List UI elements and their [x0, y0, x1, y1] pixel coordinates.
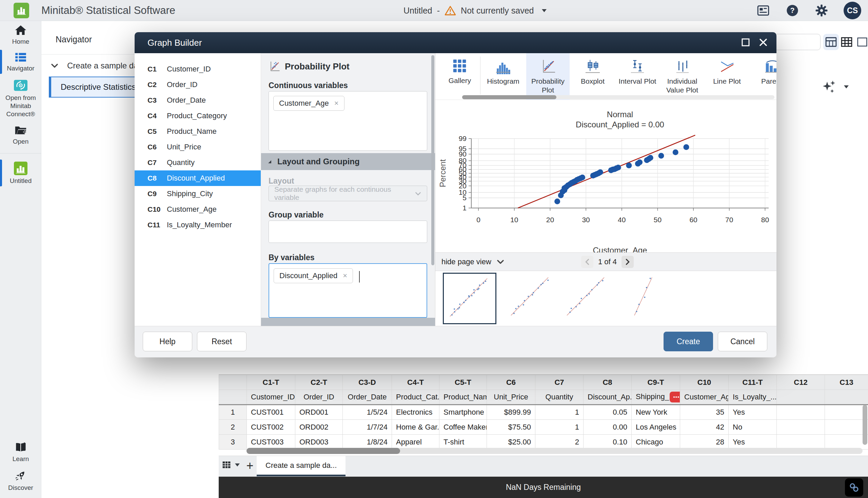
table-cell[interactable]: 42 — [680, 420, 729, 435]
column-id-header[interactable]: C6 — [487, 375, 535, 390]
table-cell[interactable]: ORD002 — [295, 420, 343, 435]
gallery-scrollbar[interactable] — [462, 95, 775, 99]
remove-chip-icon[interactable]: × — [334, 99, 339, 108]
table-cell[interactable] — [825, 405, 868, 420]
column-id-header[interactable]: C8 — [584, 375, 632, 390]
sidebar-item-open[interactable]: Open — [0, 121, 41, 148]
sidebar-item-home[interactable]: Home — [0, 21, 41, 49]
sidebar-item-discover[interactable]: Discover — [0, 466, 41, 495]
gallery-item-boxplot[interactable]: Boxplot — [571, 53, 614, 100]
column-name-header[interactable] — [777, 390, 825, 405]
column-name-header[interactable]: Discount_Ap... — [584, 390, 632, 405]
table-cell[interactable]: T-shirt — [439, 435, 487, 449]
column-id-header[interactable]: C13 — [825, 375, 868, 390]
page-thumbnail-1[interactable] — [443, 273, 496, 324]
sidebar-item-untitled[interactable]: Untitled — [0, 158, 41, 188]
table-cell[interactable]: Apparel — [392, 435, 439, 449]
column-name-header[interactable]: Customer_Age — [680, 390, 729, 405]
sidebar-item-learn[interactable]: Learn — [0, 438, 41, 466]
row-number[interactable]: 2 — [219, 420, 247, 435]
worksheet-tab[interactable]: Create a sample da... — [257, 456, 345, 476]
worksheet-list-button[interactable] — [222, 461, 240, 469]
help-button[interactable]: ? — [785, 3, 800, 18]
column-name-header[interactable]: Quantity — [535, 390, 584, 405]
column-row-c2[interactable]: C2Order_ID — [135, 77, 261, 92]
column-row-c1[interactable]: C1Customer_ID — [135, 61, 261, 77]
reset-button[interactable]: Reset — [197, 332, 246, 351]
table-cell[interactable]: ORD003 — [295, 435, 343, 449]
gallery-item-probability-plot[interactable]: Probability Plot — [526, 53, 570, 100]
column-id-header[interactable]: C9-T — [632, 375, 680, 390]
table-cell[interactable]: $899.99 — [487, 405, 535, 420]
table-cell[interactable]: New York — [632, 405, 680, 420]
scrollbar-thumb[interactable] — [462, 95, 557, 99]
variable-chip-customer_age[interactable]: Customer_Age× — [273, 96, 344, 111]
table-cell[interactable]: 1 — [535, 405, 584, 420]
table-cell[interactable]: Home & Gar... — [392, 420, 439, 435]
variable-chip-discount_applied[interactable]: Discount_Applied× — [273, 268, 353, 283]
table-cell[interactable]: Los Angeles — [632, 420, 680, 435]
gallery-item-histogram[interactable]: Histogram — [482, 53, 525, 100]
previous-page-button[interactable] — [581, 256, 593, 268]
page-thumbnail-3[interactable] — [561, 273, 612, 322]
layout-select[interactable]: Separate graphs for each continuous vari… — [269, 186, 427, 201]
share-link-button[interactable] — [845, 479, 863, 497]
row-number[interactable]: 3 — [219, 435, 247, 449]
column-name-header[interactable]: Is_Loyalty_... — [729, 390, 777, 405]
gallery-item-gallery[interactable]: Gallery — [438, 53, 482, 100]
table-cell[interactable]: 28 — [680, 435, 729, 449]
table-cell[interactable]: 0.10 — [584, 435, 632, 449]
column-id-header[interactable]: C3-D — [343, 375, 392, 390]
table-cell[interactable]: $75.50 — [487, 420, 535, 435]
gallery-item-individual-value-plot[interactable]: Individual Value Plot — [661, 53, 704, 100]
single-view-toggle[interactable] — [854, 34, 868, 50]
ai-assistant-button[interactable] — [821, 79, 850, 94]
data-table[interactable]: C1-TC2-TC3-DC4-TC5-TC6C7C8C9-TC10C11-TC1… — [219, 375, 868, 449]
column-id-header[interactable]: C11-T — [729, 375, 777, 390]
page-thumbnail-4[interactable] — [617, 273, 668, 322]
group-variable-dropzone[interactable] — [269, 221, 427, 243]
column-row-c5[interactable]: C5Product_Name — [135, 124, 261, 139]
table-cell[interactable]: CUST003 — [247, 435, 295, 449]
scrollbar-thumb[interactable] — [863, 405, 867, 445]
help-button[interactable]: Help — [143, 332, 192, 351]
column-name-header[interactable]: Order_ID — [295, 390, 343, 405]
column-name-header[interactable]: Customer_ID — [247, 390, 295, 405]
table-cell[interactable]: 1/7/24 — [343, 420, 392, 435]
table-vertical-scrollbar[interactable] — [863, 405, 867, 449]
column-row-c10[interactable]: C10Customer_Age — [135, 201, 261, 217]
close-icon[interactable] — [759, 38, 768, 47]
column-row-c4[interactable]: C4Product_Category — [135, 108, 261, 124]
table-cell[interactable]: ORD001 — [295, 405, 343, 420]
next-page-button[interactable] — [622, 256, 634, 268]
gallery-item-pareto[interactable]: Pareto — [750, 53, 777, 100]
table-cell[interactable] — [777, 405, 825, 420]
column-name-header[interactable]: Unit_Price — [487, 390, 535, 405]
settings-button[interactable] — [814, 3, 829, 18]
table-cell[interactable]: 2 — [535, 435, 584, 449]
table-cell[interactable]: Electronics — [392, 405, 439, 420]
column-row-c8[interactable]: C8Discount_Applied — [135, 170, 261, 186]
settings-scrollbar[interactable] — [431, 55, 434, 265]
table-cell[interactable]: Smartphone — [439, 405, 487, 420]
page-thumbnail-2[interactable] — [505, 273, 557, 322]
table-cell[interactable]: Coffee Maker — [439, 420, 487, 435]
column-id-header[interactable]: C2-T — [295, 375, 343, 390]
cancel-button[interactable]: Cancel — [718, 332, 767, 351]
dialog-header[interactable]: Graph Builder — [135, 32, 777, 53]
table-cell[interactable]: CUST001 — [247, 405, 295, 420]
column-row-c7[interactable]: C7Quantity — [135, 155, 261, 170]
gallery-item-interval-plot[interactable]: Interval Plot — [616, 53, 659, 100]
column-id-header[interactable]: C10 — [680, 375, 729, 390]
avatar[interactable]: CS — [844, 2, 861, 19]
column-name-header[interactable]: Order_Date — [343, 390, 392, 405]
document-status[interactable]: Untitled - Not currently saved — [404, 0, 547, 21]
column-name-header[interactable] — [825, 390, 868, 405]
create-button[interactable]: Create — [664, 332, 713, 351]
gallery-item-line-plot[interactable]: Line Plot — [705, 53, 749, 100]
table-cell[interactable]: 1/8/24 — [343, 435, 392, 449]
table-cell[interactable]: CUST002 — [247, 420, 295, 435]
scrollbar-thumb[interactable] — [246, 448, 400, 454]
row-number[interactable]: 1 — [219, 405, 247, 420]
sidebar-item-open[interactable]: Open from Minitab Connect® — [0, 75, 41, 121]
